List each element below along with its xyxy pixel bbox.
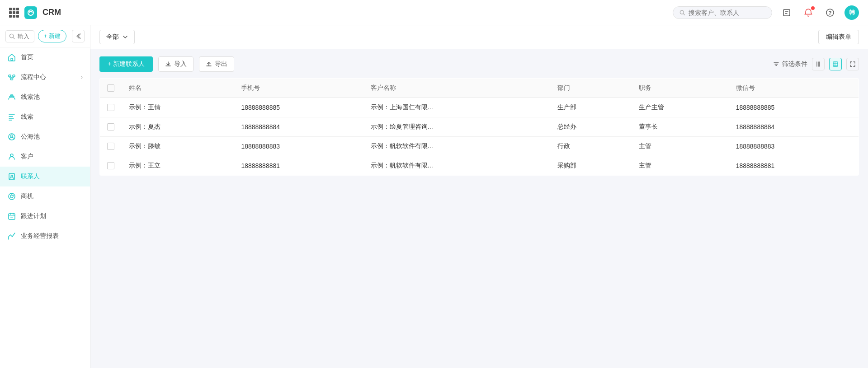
global-search[interactable] (673, 6, 772, 19)
grid-menu-icon[interactable] (9, 8, 19, 18)
svg-line-9 (13, 37, 14, 38)
nav-label-followup: 跟进计划 (21, 212, 46, 220)
app-name: CRM (42, 8, 61, 17)
row-checkbox-2[interactable] (100, 137, 122, 156)
cell-customer-2: 示例：帆软软件有限... (363, 137, 550, 156)
svg-rect-29 (9, 214, 15, 219)
content-area: 全部 编辑表单 + 新建联系人 导入 (90, 25, 868, 368)
cell-customer-0: 示例：上海国仁有限... (363, 98, 550, 117)
cell-department-2: 行政 (550, 137, 632, 156)
export-button[interactable]: 导出 (199, 56, 234, 72)
nav-item-leads-pool[interactable]: 线索池 (0, 87, 90, 107)
svg-rect-19 (10, 95, 13, 96)
cell-position-0: 生产主管 (632, 98, 728, 117)
table-row: 示例：王立 18888888881 示例：帆软软件有限... 采购部 主管 18… (100, 156, 859, 176)
expand-button[interactable] (846, 58, 859, 70)
cell-department-0: 生产部 (550, 98, 632, 117)
chevron-down-icon (123, 34, 128, 40)
nav-item-opportunities[interactable]: 商机 (0, 186, 90, 206)
cell-wechat-1: 18888888884 (729, 117, 859, 137)
columns-icon (815, 61, 821, 67)
th-select-all[interactable] (100, 79, 122, 98)
nav-item-reports[interactable]: 业务经营报表 (0, 226, 90, 246)
content-inner: + 新建联系人 导入 导出 (90, 49, 868, 368)
row-checkbox-3[interactable] (100, 156, 122, 176)
cell-department-1: 总经办 (550, 117, 632, 137)
cell-name-1: 示例：夏杰 (122, 117, 234, 137)
action-bar-right: 筛选条件 (773, 58, 859, 70)
sidebar: + 新建 首页 流程中心 › 线索 (0, 25, 90, 368)
history-icon (782, 8, 791, 17)
nav-item-leads[interactable]: 线索 (0, 107, 90, 127)
nav-item-contacts[interactable]: 联系人 (0, 167, 90, 186)
filter-label: 全部 (106, 33, 119, 41)
table-icon (832, 61, 839, 67)
svg-rect-12 (13, 75, 15, 77)
column-settings-button[interactable] (812, 58, 825, 70)
svg-text:?: ? (828, 10, 831, 16)
cell-wechat-0: 18888888885 (729, 98, 859, 117)
filter-icon (773, 61, 779, 67)
cell-phone-2: 18888888883 (234, 137, 363, 156)
nav-label-leads: 线索 (21, 113, 33, 121)
cell-phone-1: 18888888884 (234, 117, 363, 137)
nav-item-sea[interactable]: 公海池 (0, 127, 90, 147)
th-position: 职务 (632, 79, 728, 98)
help-btn[interactable]: ? (823, 5, 837, 20)
svg-line-2 (683, 14, 684, 15)
cell-position-2: 主管 (632, 137, 728, 156)
nav-label-leads-pool: 线索池 (21, 93, 40, 101)
notification-badge (811, 6, 815, 10)
search-icon (679, 9, 685, 16)
filter-conditions-button[interactable]: 筛选条件 (773, 60, 807, 68)
svg-rect-11 (9, 75, 11, 77)
action-bar: + 新建联系人 导入 导出 (99, 56, 859, 72)
svg-line-28 (13, 195, 14, 196)
row-select-checkbox-0[interactable] (107, 104, 114, 111)
nav-item-customers[interactable]: 客户 (0, 147, 90, 167)
content-toolbar: 全部 编辑表单 (90, 25, 868, 49)
cell-department-3: 采购部 (550, 156, 632, 176)
global-search-input[interactable] (689, 9, 765, 16)
sidebar-new-button[interactable]: + 新建 (38, 30, 66, 42)
leads-icon (7, 112, 16, 121)
table-row: 示例：王倩 18888888885 示例：上海国仁有限... 生产部 生产主管 … (100, 98, 859, 117)
row-select-checkbox-3[interactable] (107, 162, 114, 169)
history-btn[interactable] (779, 5, 794, 20)
nav-item-home[interactable]: 首页 (0, 47, 90, 67)
user-avatar[interactable]: 韩 (844, 5, 859, 20)
table-view-button[interactable] (829, 58, 842, 70)
nav-arrow-process: › (81, 74, 83, 80)
row-select-checkbox-1[interactable] (107, 123, 114, 130)
data-table: 姓名 手机号 客户名称 部门 职务 微信号 示例：王倩 18888888885 … (99, 78, 859, 176)
nav-label-home: 首页 (21, 53, 33, 61)
new-contact-button[interactable]: + 新建联系人 (99, 56, 153, 72)
select-all-checkbox[interactable] (107, 84, 114, 92)
sidebar-collapse-button[interactable] (72, 30, 85, 42)
cell-phone-0: 18888888885 (234, 98, 363, 117)
app-logo (24, 6, 37, 19)
row-checkbox-1[interactable] (100, 117, 122, 137)
svg-rect-40 (833, 62, 838, 66)
import-label: 导入 (174, 60, 187, 68)
svg-point-22 (10, 154, 13, 157)
row-select-checkbox-2[interactable] (107, 143, 114, 150)
nav-label-opportunities: 商机 (21, 192, 33, 200)
notification-btn[interactable] (801, 5, 816, 20)
import-button[interactable]: 导入 (158, 56, 193, 72)
filter-conditions-label: 筛选条件 (782, 60, 807, 68)
nav-label-sea: 公海池 (21, 133, 40, 141)
chevron-left-icon (75, 33, 81, 39)
customers-icon (7, 152, 16, 161)
nav-item-process[interactable]: 流程中心 › (0, 67, 90, 87)
edit-table-button[interactable]: 编辑表单 (818, 30, 859, 44)
opportunities-icon (7, 192, 16, 201)
cell-position-3: 主管 (632, 156, 728, 176)
row-checkbox-0[interactable] (100, 98, 122, 117)
cell-customer-1: 示例：绘夏管理咨询... (363, 117, 550, 137)
sea-icon (7, 132, 16, 141)
cell-position-1: 董事长 (632, 117, 728, 137)
th-customer: 客户名称 (363, 79, 550, 98)
filter-dropdown[interactable]: 全部 (99, 30, 135, 44)
nav-item-followup[interactable]: 跟进计划 (0, 206, 90, 226)
